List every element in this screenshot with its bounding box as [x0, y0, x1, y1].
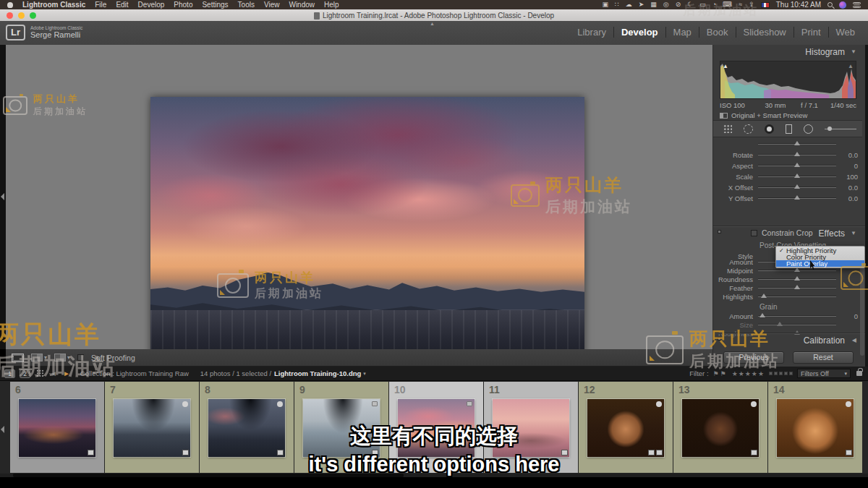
menu-tools[interactable]: Tools: [238, 1, 255, 9]
exif-readout: ISO 100 30 mm f / 7.1 1/40 sec: [720, 101, 856, 109]
effects-header[interactable]: Effects▼: [713, 228, 862, 239]
smart-preview-status[interactable]: Original + Smart Preview: [720, 111, 807, 119]
module-slideshow[interactable]: Slideshow: [736, 27, 793, 38]
filmstrip-source[interactable]: Collection : Lightroom Training Raw: [80, 369, 189, 377]
filmstrip-filename[interactable]: Lightroom Training-10.dng: [274, 369, 361, 377]
filters-preset-select[interactable]: Filters Off▾: [797, 369, 851, 378]
quick-collection-icon[interactable]: [846, 401, 851, 407]
develop-canvas: [6, 45, 712, 349]
menu-file[interactable]: File: [95, 1, 106, 9]
slider-y-offset[interactable]: Y Offset0.0: [713, 194, 858, 203]
soft-proofing-label: Soft Proofing: [91, 354, 135, 362]
slider-rotate[interactable]: Rotate0.0: [713, 150, 858, 160]
spotlight-search-icon[interactable]: [827, 2, 833, 7]
siri-icon[interactable]: [839, 1, 846, 9]
right-panel-scrollbar[interactable]: [860, 262, 864, 356]
droplet-icon[interactable]: ◎: [663, 0, 669, 9]
right-panel-collapse-strip[interactable]: [865, 45, 868, 367]
slider-scale[interactable]: Scale100: [713, 172, 858, 181]
smart-preview-badge-icon[interactable]: [467, 401, 472, 406]
loupe-view-icon[interactable]: [12, 354, 24, 362]
main-photo-paris-sunset[interactable]: [150, 97, 584, 385]
apple-logo-icon[interactable]: [7, 2, 13, 8]
color-label-filter-icons[interactable]: [769, 372, 793, 375]
before-after-left-right[interactable]: ▾: [31, 354, 47, 361]
display-icon[interactable]: ▦: [650, 0, 657, 9]
top-panel-collapse-icon[interactable]: ▲: [430, 21, 435, 26]
crop-overlay-icon[interactable]: [723, 124, 732, 133]
highlight-clipping-icon[interactable]: ▲: [848, 63, 854, 69]
slider-x-offset[interactable]: X Offset0.0: [713, 183, 858, 192]
quick-collection-icon[interactable]: [277, 401, 283, 407]
spot-removal-icon[interactable]: [744, 124, 753, 134]
menu-edit[interactable]: Edit: [116, 1, 128, 9]
menubar-clock[interactable]: Thu 10:42 AM: [776, 1, 821, 9]
cell-number: 13: [678, 384, 690, 395]
left-panel-expand-icon[interactable]: [1, 193, 4, 200]
cell-number: 6: [15, 384, 21, 395]
before-after-top-bottom[interactable]: ▾: [54, 354, 70, 361]
dropdown-icon: ▾: [67, 354, 70, 361]
module-map[interactable]: Map: [665, 27, 699, 38]
previous-button[interactable]: Previous: [723, 351, 784, 364]
main-window-button[interactable]: 1: [4, 369, 15, 378]
shadow-clipping-icon[interactable]: ▲: [723, 63, 728, 69]
module-book[interactable]: Book: [699, 27, 736, 38]
reset-button[interactable]: Reset: [793, 351, 854, 364]
menu-photo[interactable]: Photo: [174, 1, 192, 9]
histogram[interactable]: ▲ ▲: [720, 61, 856, 99]
window-title: Lightroom Training.lrcat - Adobe Photosh…: [0, 12, 868, 20]
menu-settings[interactable]: Settings: [202, 1, 228, 9]
second-window-button[interactable]: 2: [20, 369, 30, 378]
menu-view[interactable]: View: [264, 1, 280, 9]
quick-collection-icon[interactable]: [656, 401, 662, 407]
soft-proofing-checkbox[interactable]: [77, 354, 84, 361]
radial-filter-icon[interactable]: [804, 124, 813, 134]
menu-item-paint-overlay[interactable]: Paint Overlay: [776, 260, 864, 267]
quick-collection-icon[interactable]: [751, 401, 757, 407]
menu-window[interactable]: Window: [289, 1, 315, 9]
menu-help[interactable]: Help: [324, 1, 339, 9]
time-machine-icon[interactable]: ◔: [712, 0, 716, 9]
quick-collection-icon[interactable]: [182, 401, 188, 407]
menu-app[interactable]: Lightroom Classic: [22, 1, 85, 9]
grid-view-icon[interactable]: [36, 369, 44, 377]
right-panel: Histogram▼ ▲ ▲ ISO 100 30 mm f / 7.1 1/4…: [712, 45, 868, 367]
star-filter-icons[interactable]: ★★★★★: [732, 370, 765, 377]
filename-dropdown-icon[interactable]: ▾: [363, 371, 366, 377]
keyboard-icon[interactable]: ⌨: [723, 0, 732, 9]
left-panel-collapsed[interactable]: [0, 45, 6, 349]
slider-vignette-highlights[interactable]: Highlights: [713, 292, 858, 301]
cloud-upload-icon[interactable]: ☁: [626, 0, 632, 9]
slider-aspect[interactable]: Aspect0: [713, 161, 858, 171]
brush-size-slider[interactable]: [825, 129, 856, 129]
slider-row-partial[interactable]: [713, 140, 858, 149]
module-web[interactable]: Web: [828, 27, 863, 38]
filter-lock-icon[interactable]: [856, 371, 862, 376]
go-forward-icon[interactable]: ►: [63, 369, 70, 377]
smart-preview-icon: [720, 113, 728, 119]
red-eye-icon[interactable]: [765, 124, 774, 134]
app-grid-icon[interactable]: ∷: [615, 0, 619, 9]
cell-number: 9: [299, 384, 305, 395]
go-back-icon[interactable]: ◄: [50, 369, 57, 377]
calibration-header[interactable]: Calibration◀: [713, 335, 862, 346]
check-icon: ✓: [779, 247, 786, 254]
histogram-header[interactable]: Histogram▼: [713, 46, 862, 58]
location-icon[interactable]: ➤: [639, 0, 644, 9]
graduated-filter-icon[interactable]: [786, 124, 792, 134]
wifi-icon[interactable]: ≈: [739, 0, 742, 9]
control-center-icon[interactable]: [853, 2, 861, 8]
do-not-disturb-icon[interactable]: ⊘: [676, 0, 681, 9]
moon-icon[interactable]: ☾: [687, 0, 693, 9]
menu-develop[interactable]: Develop: [138, 1, 165, 9]
screen-record-icon[interactable]: ▣: [602, 0, 608, 9]
eject-icon[interactable]: ⇪: [749, 0, 754, 9]
module-develop[interactable]: Develop: [613, 27, 665, 38]
module-print[interactable]: Print: [793, 27, 828, 38]
flag-filter-icons[interactable]: ⚑⚑: [713, 370, 728, 377]
module-library[interactable]: Library: [570, 27, 613, 38]
input-language-flag-icon[interactable]: [761, 2, 770, 8]
window-icon[interactable]: ▭: [699, 0, 706, 9]
smart-preview-badge-icon[interactable]: [372, 401, 378, 406]
